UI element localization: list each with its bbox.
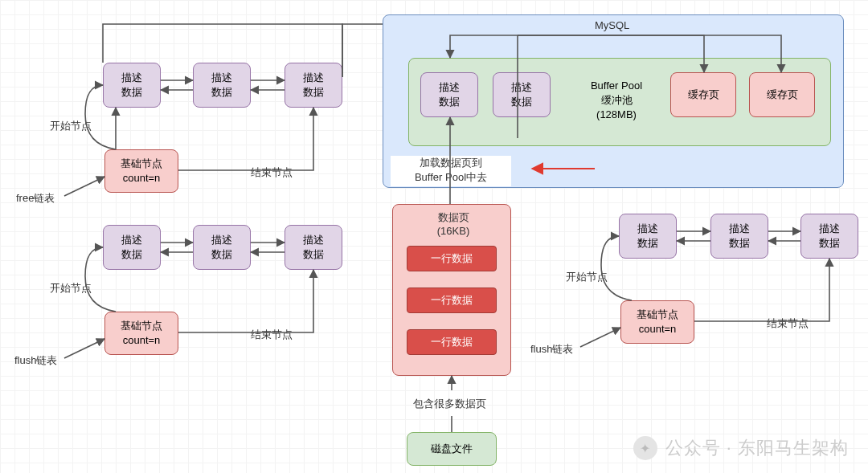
row-2: 一行数据 [407, 287, 497, 313]
cache-page-1: 缓存页 [670, 72, 736, 117]
free-start-label: 开始节点 [50, 119, 92, 133]
watermark: ✦ 公众号 · 东阳马生架构 [633, 436, 849, 460]
row-3: 一行数据 [407, 329, 497, 355]
free-desc-3: 描述 数据 [285, 63, 342, 108]
free-base-node: 基础节点 count=n [104, 149, 178, 193]
flushR-start-label: 开始节点 [566, 270, 608, 284]
cache-page-2: 缓存页 [749, 72, 815, 117]
flushL-base-node: 基础节点 count=n [104, 312, 178, 355]
free-desc-2: 描述 数据 [193, 63, 251, 108]
bp-desc-2: 描述 数据 [493, 72, 551, 117]
data-page-label: 数据页 (16KB) [421, 210, 485, 237]
row-1: 一行数据 [407, 246, 497, 271]
many-pages-label: 包含很多数据页 [413, 397, 486, 411]
flushR-end-label: 结束节点 [767, 316, 809, 331]
bp-desc-1: 描述 数据 [420, 72, 478, 117]
disk-file: 磁盘文件 [407, 432, 497, 466]
mysql-label: MySQL [595, 19, 629, 31]
flushR-desc-1: 描述 数据 [619, 214, 677, 259]
wechat-icon: ✦ [633, 436, 657, 460]
flushR-desc-2: 描述 数据 [710, 214, 768, 259]
buffer-pool-label: Buffer Pool 缓冲池 (128MB) [572, 79, 661, 123]
flushR-base-node: 基础节点 count=n [620, 300, 694, 344]
flushL-desc-3: 描述 数据 [285, 225, 342, 270]
free-desc-1: 描述 数据 [103, 63, 161, 108]
flushL-start-label: 开始节点 [50, 281, 92, 296]
flushR-desc-3: 描述 数据 [800, 214, 858, 259]
free-list-label: free链表 [16, 191, 55, 206]
load-note: 加载数据页到 Buffer Pool中去 [391, 156, 511, 186]
flushL-list-label: flush链表 [14, 353, 57, 368]
flushL-desc-2: 描述 数据 [193, 225, 251, 270]
watermark-text: 公众号 · 东阳马生架构 [665, 436, 849, 460]
flushL-desc-1: 描述 数据 [103, 225, 161, 270]
free-end-label: 结束节点 [251, 165, 293, 180]
flushL-end-label: 结束节点 [251, 328, 293, 342]
flushR-list-label: flush链表 [530, 342, 573, 357]
